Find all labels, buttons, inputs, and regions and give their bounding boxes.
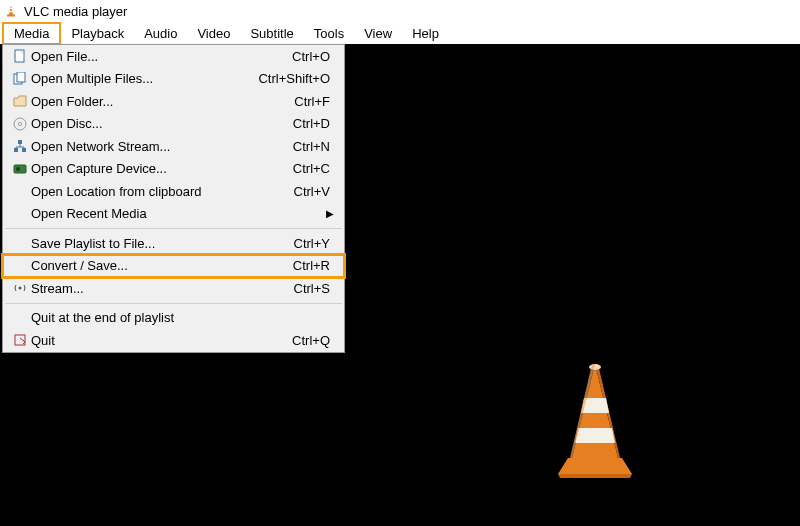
svg-rect-9 <box>14 148 18 152</box>
menu-item-label: Quit at the end of playlist <box>31 310 330 325</box>
menu-playback[interactable]: Playback <box>61 24 134 43</box>
menu-subtitle[interactable]: Subtitle <box>240 24 303 43</box>
folder-icon <box>9 94 31 108</box>
submenu-arrow-icon: ▶ <box>326 208 334 219</box>
menu-separator <box>5 228 342 229</box>
menu-item-label: Open Location from clipboard <box>31 184 294 199</box>
svg-rect-1 <box>10 8 13 9</box>
menu-item-shortcut: Ctrl+C <box>293 161 338 176</box>
menu-item-open-disc[interactable]: Open Disc... Ctrl+D <box>3 113 344 136</box>
menu-media[interactable]: Media <box>2 22 61 45</box>
menu-item-label: Open Capture Device... <box>31 161 293 176</box>
menu-view[interactable]: View <box>354 24 402 43</box>
menu-item-label: Open Network Stream... <box>31 139 293 154</box>
menu-item-shortcut: Ctrl+O <box>292 49 338 64</box>
menu-item-label: Open File... <box>31 49 292 64</box>
svg-point-12 <box>16 167 20 171</box>
multifile-icon <box>9 72 31 86</box>
svg-rect-2 <box>9 11 12 12</box>
menu-item-shortcut: Ctrl+Q <box>292 333 338 348</box>
media-dropdown: Open File... Ctrl+O Open Multiple Files.… <box>2 44 345 353</box>
menu-audio[interactable]: Audio <box>134 24 187 43</box>
svg-point-7 <box>18 122 21 125</box>
stream-icon <box>9 281 31 295</box>
menu-item-quit-end-playlist[interactable]: Quit at the end of playlist <box>3 307 344 330</box>
titlebar: VLC media player <box>0 0 800 22</box>
menu-item-open-location-clipboard[interactable]: Open Location from clipboard Ctrl+V <box>3 180 344 203</box>
menubar: Media Playback Audio Video Subtitle Tool… <box>0 22 800 44</box>
menu-item-open-capture-device[interactable]: Open Capture Device... Ctrl+C <box>3 158 344 181</box>
menu-item-convert-save[interactable]: Convert / Save... Ctrl+R <box>3 255 344 278</box>
menu-item-label: Open Multiple Files... <box>31 71 258 86</box>
svg-rect-10 <box>22 148 26 152</box>
capture-icon <box>9 162 31 176</box>
menu-item-shortcut: Ctrl+R <box>293 258 338 273</box>
network-icon <box>9 139 31 153</box>
menu-item-open-folder[interactable]: Open Folder... Ctrl+F <box>3 90 344 113</box>
svg-rect-8 <box>18 140 22 144</box>
file-icon <box>9 49 31 63</box>
svg-point-13 <box>19 287 22 290</box>
menu-item-shortcut: Ctrl+F <box>294 94 338 109</box>
menu-tools[interactable]: Tools <box>304 24 354 43</box>
menu-item-open-multiple-files[interactable]: Open Multiple Files... Ctrl+Shift+O <box>3 68 344 91</box>
menu-item-open-network-stream[interactable]: Open Network Stream... Ctrl+N <box>3 135 344 158</box>
menu-item-label: Quit <box>31 333 292 348</box>
menu-item-open-file[interactable]: Open File... Ctrl+O <box>3 45 344 68</box>
svg-rect-5 <box>17 72 25 82</box>
menu-item-label: Save Playlist to File... <box>31 236 294 251</box>
window-title: VLC media player <box>24 4 127 19</box>
menu-item-label: Stream... <box>31 281 294 296</box>
menu-item-label: Open Disc... <box>31 116 293 131</box>
svg-rect-0 <box>7 15 15 17</box>
menu-item-label: Open Folder... <box>31 94 294 109</box>
menu-item-stream[interactable]: Stream... Ctrl+S <box>3 277 344 300</box>
menu-separator <box>5 303 342 304</box>
svg-point-16 <box>589 364 601 370</box>
menu-video[interactable]: Video <box>187 24 240 43</box>
menu-item-shortcut: Ctrl+N <box>293 139 338 154</box>
menu-item-quit[interactable]: Quit Ctrl+Q <box>3 329 344 352</box>
menu-item-shortcut: Ctrl+D <box>293 116 338 131</box>
quit-icon <box>9 333 31 347</box>
menu-item-label: Convert / Save... <box>31 258 293 273</box>
menu-item-label: Open Recent Media <box>31 206 338 221</box>
menu-item-open-recent-media[interactable]: Open Recent Media ▶ <box>3 203 344 226</box>
menu-item-shortcut: Ctrl+Y <box>294 236 338 251</box>
vlc-cone-logo <box>540 358 650 488</box>
menu-item-save-playlist[interactable]: Save Playlist to File... Ctrl+Y <box>3 232 344 255</box>
menu-item-shortcut: Ctrl+V <box>294 184 338 199</box>
vlc-cone-icon <box>4 4 18 18</box>
menu-item-shortcut: Ctrl+S <box>294 281 338 296</box>
menu-item-shortcut: Ctrl+Shift+O <box>258 71 338 86</box>
disc-icon <box>9 117 31 131</box>
menu-help[interactable]: Help <box>402 24 449 43</box>
